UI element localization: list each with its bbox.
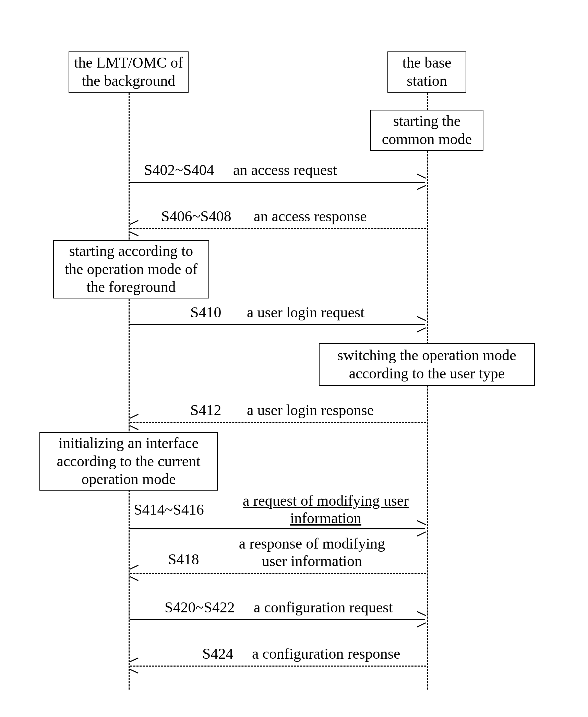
- msg-label-m4: a user login response: [247, 401, 374, 419]
- arrow-m4: [130, 418, 139, 426]
- step-label-m3: S410: [190, 304, 221, 321]
- activation-start-common-mode: starting the common mode: [370, 110, 483, 151]
- step-label-m8: S424: [202, 645, 233, 662]
- lifeline-right: [427, 93, 428, 690]
- step-label-m5: S414~S416: [134, 501, 204, 518]
- step-label-m2: S406~S408: [161, 208, 231, 225]
- msg-line-m4: [130, 422, 426, 423]
- arrow-m6: [130, 569, 139, 577]
- msg-label-m8: a configuration response: [252, 645, 400, 662]
- step-label-m4: S412: [190, 401, 221, 419]
- msg-label-m1: an access request: [233, 161, 337, 179]
- msg-label-m5: a request of modifying user information: [233, 492, 418, 527]
- msg-label-m2: an access response: [254, 208, 367, 225]
- msg-line-m3: [130, 324, 425, 325]
- arrow-m2: [130, 224, 139, 232]
- msg-line-m2: [130, 228, 426, 229]
- arrow-m3: [416, 320, 426, 328]
- arrow-m5: [416, 524, 426, 532]
- activation-init-interface: initializing an interface according to t…: [39, 432, 218, 491]
- step-label-m1: S402~S404: [144, 161, 214, 179]
- msg-line-m7: [130, 619, 425, 620]
- msg-line-m6: [130, 573, 426, 574]
- sequence-diagram: the LMT/OMC of the background the base s…: [0, 0, 588, 717]
- arrow-m1: [416, 178, 426, 186]
- msg-label-m6: a response of modifying user information: [226, 535, 398, 570]
- arrow-m7: [416, 615, 426, 623]
- activation-switch-mode: switching the operation mode according t…: [319, 343, 535, 386]
- participant-left: the LMT/OMC of the background: [69, 51, 189, 93]
- msg-label-m7: a configuration request: [254, 599, 393, 616]
- participant-right: the base station: [387, 51, 466, 93]
- msg-label-m3: a user login request: [247, 304, 364, 321]
- msg-line-m8: [130, 666, 426, 667]
- msg-line-m1: [130, 182, 425, 183]
- msg-line-m5: [130, 528, 425, 529]
- step-label-m7: S420~S422: [165, 599, 235, 616]
- step-label-m6: S418: [168, 551, 199, 568]
- activation-start-according: starting according to the operation mode…: [53, 240, 209, 298]
- arrow-m8: [130, 661, 139, 670]
